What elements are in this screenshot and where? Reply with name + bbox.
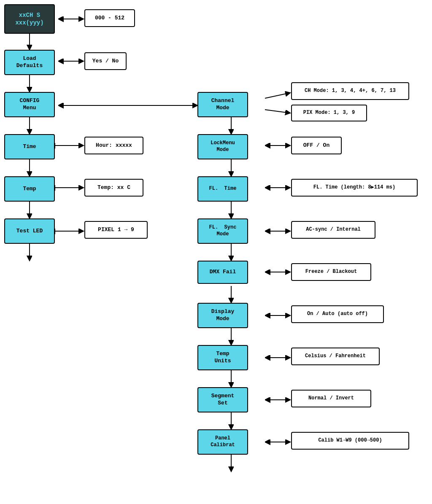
dmx-fail-label: DMX Fail (210, 269, 236, 276)
panel-calibrat-node: Panel Calibrat (197, 429, 248, 455)
fl-sync-mode-node: FL. Sync Mode (197, 218, 248, 244)
temp-units-node: Temp Units (197, 345, 248, 370)
config-menu-label: CONFIG Menu (20, 97, 40, 112)
off-on-label: OFF / On (303, 142, 329, 149)
config-menu-node: CONFIG Menu (4, 92, 55, 117)
on-auto-val-label: On / Auto (auto off) (307, 311, 368, 318)
pix-mode-vals-node: PIX Mode: 1, 3, 9 (291, 105, 367, 121)
time-node: Time (4, 134, 55, 159)
svg-line-8 (265, 110, 290, 113)
pixel-val-label: PIXEL 1 → 9 (98, 226, 134, 234)
display-mode-node: Display Mode (197, 303, 248, 328)
yes-no-node: Yes / No (84, 52, 127, 70)
fl-time-node: FL. Time (197, 176, 248, 202)
diagram: xxCH S xxx(yyy) 000 - 512 Load Defaults … (0, 0, 432, 504)
arrows-svg (0, 0, 432, 504)
calib-val-label: Calib W1→W9 (000→500) (318, 437, 382, 444)
load-defaults-node: Load Defaults (4, 50, 55, 75)
temp-val-label: Temp: xx C (97, 184, 130, 191)
segment-set-label: Segment Set (211, 393, 235, 407)
ac-sync-val-node: AC-sync / Internal (291, 221, 375, 239)
lock-menu-mode-label: LockMenu Mode (211, 140, 235, 153)
display-mode-label: Display Mode (211, 308, 235, 323)
celsius-val-label: Celsius / Fahrenheit (305, 353, 366, 360)
off-on-node: OFF / On (291, 137, 342, 154)
normal-invert-val-label: Normal / Invert (308, 395, 354, 402)
ch-mode-vals-label: CH Mode: 1, 3, 4, 4+, 6, 7, 13 (305, 88, 396, 94)
load-defaults-label: Load Defaults (16, 55, 43, 70)
ch-display-node: xxCH S xxx(yyy) (4, 4, 55, 34)
freeze-val-label: Freeze / Blackout (305, 269, 357, 275)
calib-val-node: Calib W1→W9 (000→500) (291, 432, 409, 450)
temp-label: Temp (23, 186, 36, 193)
dmx-fail-node: DMX Fail (197, 261, 248, 284)
segment-set-node: Segment Set (197, 387, 248, 412)
fl-time-val-label: FL. Time (length: 8▶114 ms) (313, 184, 395, 191)
channel-mode-node: Channel Mode (197, 92, 248, 117)
freeze-val-node: Freeze / Blackout (291, 263, 371, 281)
temp-node: Temp (4, 176, 55, 202)
channel-mode-label: Channel Mode (211, 97, 235, 112)
lock-menu-mode-node: LockMenu Mode (197, 134, 248, 159)
test-led-node: Test LED (4, 218, 55, 244)
fl-sync-mode-label: FL. Sync Mode (209, 224, 237, 237)
range-node: 000 - 512 (84, 9, 135, 27)
normal-invert-val-node: Normal / Invert (291, 390, 371, 407)
temp-val-node: Temp: xx C (84, 179, 143, 197)
celsius-val-node: Celsius / Fahrenheit (291, 348, 380, 365)
yes-no-label: Yes / No (92, 58, 119, 65)
hour-label: Hour: xxxxx (96, 142, 132, 149)
panel-calibrat-label: Panel Calibrat (211, 435, 235, 448)
ch-display-label: xxCH S xxx(yyy) (15, 11, 43, 27)
svg-line-7 (265, 93, 290, 98)
pixel-val-node: PIXEL 1 → 9 (84, 221, 148, 239)
ch-mode-vals-node: CH Mode: 1, 3, 4, 4+, 6, 7, 13 (291, 82, 409, 100)
on-auto-val-node: On / Auto (auto off) (291, 305, 384, 323)
pix-mode-vals-label: PIX Mode: 1, 3, 9 (303, 110, 355, 116)
temp-units-label: Temp Units (214, 350, 231, 365)
test-led-label: Test LED (16, 228, 43, 235)
hour-node: Hour: xxxxx (84, 137, 143, 154)
fl-time-label: FL. Time (209, 186, 237, 192)
fl-time-val-node: FL. Time (length: 8▶114 ms) (291, 179, 418, 197)
range-label: 000 - 512 (95, 15, 124, 22)
time-label: Time (23, 143, 36, 151)
ac-sync-val-label: AC-sync / Internal (306, 226, 361, 233)
